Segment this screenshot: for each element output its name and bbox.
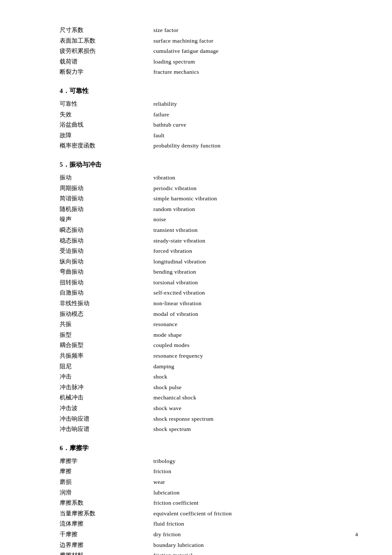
term-zh: 简谐振动 — [60, 194, 153, 203]
term-en: dry friction — [153, 530, 358, 539]
term-zh: 阻尼 — [60, 362, 153, 371]
term-row: 共振resonance — [60, 320, 358, 329]
term-en: shock response spectrum — [153, 414, 358, 424]
term-row: 耦合振型coupled modes — [60, 341, 358, 350]
term-zh: 流体摩擦 — [60, 519, 153, 529]
term-row: 载荷谱loading spectrum — [60, 57, 358, 66]
term-zh: 纵向振动 — [60, 257, 153, 266]
term-row: 失效failure — [60, 110, 358, 119]
term-row: 流体摩擦fluid friction — [60, 519, 358, 529]
term-en: probability density function — [153, 141, 358, 150]
term-zh: 表面加工系数 — [60, 36, 153, 46]
section-heading-reliability: 4．可靠性 — [60, 87, 358, 95]
term-row: 冲击响应谱shock spectrum — [60, 425, 358, 434]
term-row: 冲击脉冲shock pulse — [60, 383, 358, 392]
term-en: boundary lubrication — [153, 541, 358, 550]
term-zh: 概率密度函数 — [60, 141, 153, 150]
term-row: 纵向振动longitudinal vibration — [60, 257, 358, 266]
term-en: coupled modes — [153, 341, 358, 350]
term-en: shock pulse — [153, 383, 358, 392]
term-zh: 稳态振动 — [60, 236, 153, 246]
term-zh: 边界摩擦 — [60, 541, 153, 550]
term-zh: 当量摩擦系数 — [60, 509, 153, 518]
term-zh: 断裂力学 — [60, 67, 153, 77]
term-en: shock — [153, 372, 358, 382]
term-row: 可靠性reliability — [60, 99, 358, 109]
term-zh: 共振 — [60, 320, 153, 329]
term-zh: 摩擦学 — [60, 457, 153, 466]
term-row: 故障fault — [60, 131, 358, 140]
term-row: 边界摩擦boundary lubrication — [60, 541, 358, 550]
term-row: 周期振动periodic vibration — [60, 184, 358, 193]
term-zh: 振型 — [60, 330, 153, 340]
term-en: bending vibration — [153, 267, 358, 277]
term-zh: 摩擦材料 — [60, 551, 153, 555]
term-row: 润滑lubrication — [60, 488, 358, 497]
term-zh: 失效 — [60, 110, 153, 119]
term-zh: 摩擦 — [60, 467, 153, 476]
term-row: 浴盆曲线bathtub curve — [60, 120, 358, 130]
term-en: mechanical shock — [153, 393, 358, 402]
term-row: 断裂力学fracture mechanics — [60, 67, 358, 77]
section-heading-vibration: 5．振动与冲击 — [60, 161, 358, 169]
term-zh: 弯曲振动 — [60, 267, 153, 277]
term-en: bathtub curve — [153, 120, 358, 130]
term-row: 振型mode shape — [60, 330, 358, 340]
term-en: friction material — [153, 551, 358, 555]
term-row: 振动vibration — [60, 173, 358, 182]
term-row: 摩擦材料friction material — [60, 551, 358, 555]
term-en: reliability — [153, 99, 358, 109]
term-zh: 冲击波 — [60, 404, 153, 413]
term-row: 共振频率resonance frequency — [60, 351, 358, 361]
term-en: resonance — [153, 320, 358, 329]
term-en: failure — [153, 110, 358, 119]
term-zh: 自激振动 — [60, 288, 153, 298]
page-number: 4 — [355, 531, 358, 538]
term-row: 表面加工系数surface machining factor — [60, 36, 358, 46]
term-zh: 可靠性 — [60, 99, 153, 109]
term-row: 受迫振动forced vibration — [60, 246, 358, 256]
term-row: 冲击响应谱shock response spectrum — [60, 414, 358, 424]
term-row: 干摩擦dry friction — [60, 530, 358, 539]
term-row: 非线性振动non-linear vibration — [60, 299, 358, 308]
term-zh: 冲击响应谱 — [60, 425, 153, 434]
term-en: self-excited vibration — [153, 288, 358, 298]
term-zh: 非线性振动 — [60, 299, 153, 308]
term-row: 稳态振动steady-state vibration — [60, 236, 358, 246]
term-row: 简谐振动simple harmonic vibration — [60, 194, 358, 203]
term-zh: 磨损 — [60, 477, 153, 487]
term-en: damping — [153, 362, 358, 371]
term-en: shock spectrum — [153, 425, 358, 434]
term-zh: 机械冲击 — [60, 393, 153, 402]
term-zh: 润滑 — [60, 488, 153, 497]
term-zh: 疲劳积累损伤 — [60, 46, 153, 56]
term-zh: 随机振动 — [60, 205, 153, 214]
term-zh: 干摩擦 — [60, 530, 153, 539]
term-row: 振动模态modal of vibration — [60, 309, 358, 319]
term-en: shock wave — [153, 404, 358, 413]
term-row: 摩擦学tribology — [60, 457, 358, 466]
term-zh: 瞬态振动 — [60, 225, 153, 235]
term-en: simple harmonic vibration — [153, 194, 358, 203]
term-en: noise — [153, 215, 358, 224]
term-en: equivalent coefficient of friction — [153, 509, 358, 518]
term-row: 磨损wear — [60, 477, 358, 487]
term-zh: 振动模态 — [60, 309, 153, 319]
term-row: 概率密度函数probability density function — [60, 141, 358, 150]
term-row: 弯曲振动bending vibration — [60, 267, 358, 277]
term-en: random vibration — [153, 205, 358, 214]
term-en: vibration — [153, 173, 358, 182]
term-en: cumulative fatigue damage — [153, 46, 358, 56]
term-zh: 周期振动 — [60, 184, 153, 193]
term-row: 阻尼damping — [60, 362, 358, 371]
term-zh: 冲击响应谱 — [60, 414, 153, 424]
term-zh: 扭转振动 — [60, 278, 153, 287]
term-zh: 噪声 — [60, 215, 153, 224]
term-zh: 尺寸系数 — [60, 26, 153, 35]
term-zh: 耦合振型 — [60, 341, 153, 350]
section-heading-tribology: 6．摩擦学 — [60, 444, 358, 452]
term-zh: 受迫振动 — [60, 246, 153, 256]
term-zh: 冲击 — [60, 372, 153, 382]
term-en: steady-state vibration — [153, 236, 358, 246]
term-en: modal of vibration — [153, 309, 358, 319]
